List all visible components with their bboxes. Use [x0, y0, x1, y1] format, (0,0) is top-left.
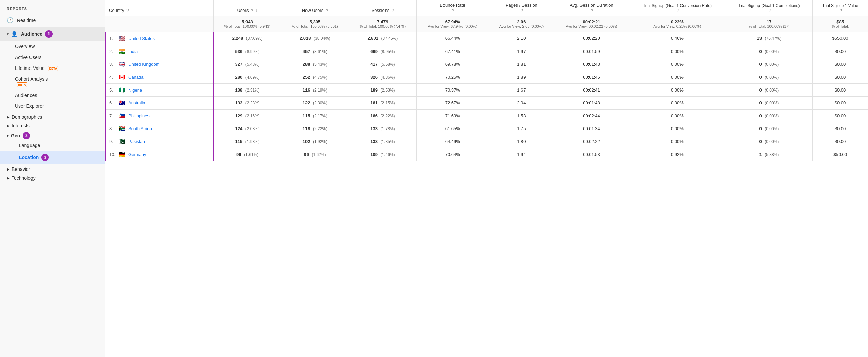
- beta-badge-lifetime: BETA: [48, 66, 59, 71]
- geo-badge: 2: [23, 132, 30, 139]
- trial-completions-cell: 0 (0.00%): [726, 135, 813, 148]
- col-header-new-users: New Users ?: [281, 0, 349, 16]
- help-icon-trial-value[interactable]: ?: [840, 8, 842, 13]
- help-icon-users[interactable]: ?: [251, 8, 253, 13]
- users-cell: 96 (1.61%): [214, 148, 281, 161]
- country-flag: 🇮🇳: [119, 48, 125, 55]
- row-rank: 7.: [109, 113, 115, 118]
- help-icon-pages[interactable]: ?: [521, 8, 523, 13]
- help-icon-sessions[interactable]: ?: [392, 8, 394, 13]
- sessions-cell: 133 (1.78%): [349, 122, 417, 135]
- country-name[interactable]: South Africa: [128, 126, 152, 131]
- country-flag: 🇩🇪: [119, 151, 125, 158]
- sidebar-item-audiences[interactable]: Audiences: [0, 90, 105, 101]
- totals-users: 5,943 % of Total: 100.00% (5,943): [214, 16, 281, 32]
- country-cell: 2.🇮🇳India: [105, 45, 214, 58]
- sidebar-item-overview[interactable]: Overview: [0, 41, 105, 52]
- sessions-cell: 326 (4.36%): [349, 71, 417, 83]
- bounce-rate-cell: 61.65%: [416, 122, 489, 135]
- sidebar-section-technology[interactable]: ▶ Technology: [0, 173, 105, 181]
- bounce-rate-cell: 70.64%: [416, 148, 489, 161]
- help-icon-bounce[interactable]: ?: [452, 8, 454, 13]
- trial-value-cell: $50.00: [813, 148, 868, 161]
- trial-rate-cell: 0.00%: [629, 45, 726, 58]
- country-name[interactable]: Philippines: [128, 113, 150, 118]
- sidebar-section-interests[interactable]: ▶ Interests: [0, 120, 105, 129]
- sort-arrow-users[interactable]: ↓: [255, 8, 258, 13]
- help-icon-trial-completions[interactable]: ?: [769, 8, 771, 13]
- help-icon-avg-session[interactable]: ?: [591, 8, 593, 13]
- row-rank: 4.: [109, 75, 115, 80]
- sidebar-item-cohort-analysis[interactable]: Cohort Analysis BETA: [0, 74, 105, 90]
- sidebar-item-active-users[interactable]: Active Users: [0, 52, 105, 63]
- help-icon-new-users[interactable]: ?: [326, 8, 328, 13]
- sidebar-section-demographics[interactable]: ▶ Demographics: [0, 112, 105, 120]
- new-users-cell: 2,018 (38.04%): [281, 32, 349, 45]
- country-cell: 9.🇵🇰Pakistan: [105, 135, 214, 148]
- users-cell: 129 (2.16%): [214, 109, 281, 122]
- country-name[interactable]: Nigeria: [128, 87, 142, 93]
- country-flag: 🇦🇺: [119, 100, 125, 106]
- row-rank: 5.: [109, 87, 115, 93]
- sidebar-section-geo[interactable]: ▾ Geo 2: [0, 129, 105, 140]
- main-content: Country ? Users ? ↓ New Users ? Sessions…: [105, 0, 868, 357]
- totals-pages-session: 2.06 Avg for View: 2.06 (0.00%): [489, 16, 554, 32]
- col-header-trial-completions: Trial Signup (Goal 1 Completions) ?: [726, 0, 813, 16]
- totals-trial-value: $85 % of Total:: [813, 16, 868, 32]
- help-icon-trial-rate[interactable]: ?: [677, 8, 679, 13]
- col-header-sessions: Sessions ?: [349, 0, 417, 16]
- country-name[interactable]: Pakistan: [128, 139, 145, 144]
- bounce-rate-cell: 70.37%: [416, 83, 489, 96]
- help-icon-country[interactable]: ?: [126, 8, 129, 13]
- country-name[interactable]: Australia: [128, 100, 145, 105]
- users-cell: 115 (1.93%): [214, 135, 281, 148]
- totals-trial-completions: 17 % of Total: 100.00% (17): [726, 16, 813, 32]
- country-flag: 🇵🇭: [119, 113, 125, 119]
- bounce-rate-cell: 67.41%: [416, 45, 489, 58]
- pages-session-cell: 1.67: [489, 83, 554, 96]
- country-name[interactable]: United Kingdom: [128, 62, 160, 67]
- table-row: 6.🇦🇺Australia133 (2.23%)122 (2.30%)161 (…: [105, 96, 868, 109]
- sessions-cell: 166 (2.22%): [349, 109, 417, 122]
- sidebar-item-audience[interactable]: ▾ 👤 Audience 1: [0, 27, 105, 41]
- country-name[interactable]: Germany: [128, 152, 146, 157]
- data-table: Country ? Users ? ↓ New Users ? Sessions…: [105, 0, 868, 161]
- totals-trial-rate: 0.23% Avg for View: 0.23% (0.00%): [629, 16, 726, 32]
- pages-session-cell: 1.81: [489, 58, 554, 71]
- sidebar-item-lifetime-value[interactable]: Lifetime Value BETA: [0, 63, 105, 74]
- country-flag: 🇿🇦: [119, 125, 125, 132]
- table-row: 2.🇮🇳India536 (8.99%)457 (8.61%)669 (8.95…: [105, 45, 868, 58]
- country-name[interactable]: India: [128, 49, 138, 54]
- table-row: 8.🇿🇦South Africa124 (2.08%)118 (2.22%)13…: [105, 122, 868, 135]
- users-cell: 2,248 (37.69%): [214, 32, 281, 45]
- sidebar-section-behavior[interactable]: ▶ Behavior: [0, 164, 105, 173]
- country-cell: 4.🇨🇦Canada: [105, 71, 214, 83]
- sidebar-item-language[interactable]: Language: [0, 140, 105, 151]
- sidebar-item-user-explorer[interactable]: User Explorer: [0, 101, 105, 112]
- country-name[interactable]: Canada: [128, 75, 144, 80]
- row-rank: 9.: [109, 139, 115, 144]
- chevron-right-icon-technology: ▶: [7, 176, 9, 180]
- sidebar-item-realtime[interactable]: 🕐 Realtime: [0, 14, 105, 27]
- sessions-cell: 417 (5.58%): [349, 58, 417, 71]
- table-row: 3.🇬🇧United Kingdom327 (5.48%)288 (5.43%)…: [105, 58, 868, 71]
- sidebar-item-location[interactable]: Location 3: [0, 151, 105, 164]
- country-cell: 6.🇦🇺Australia: [105, 96, 214, 109]
- table-row: 7.🇵🇭Philippines129 (2.16%)115 (2.17%)166…: [105, 109, 868, 122]
- totals-row: 5,943 % of Total: 100.00% (5,943) 5,305 …: [105, 16, 868, 32]
- new-users-cell: 118 (2.22%): [281, 122, 349, 135]
- trial-value-cell: $0.00: [813, 96, 868, 109]
- row-rank: 6.: [109, 100, 115, 105]
- trial-rate-cell: 0.00%: [629, 58, 726, 71]
- avg-session-cell: 00:02:22: [554, 135, 629, 148]
- trial-completions-cell: 0 (0.00%): [726, 71, 813, 83]
- country-flag: 🇵🇰: [119, 138, 125, 145]
- country-name[interactable]: United States: [128, 36, 155, 41]
- users-cell: 536 (8.99%): [214, 45, 281, 58]
- pages-session-cell: 1.53: [489, 109, 554, 122]
- chevron-right-icon-interests: ▶: [7, 124, 9, 128]
- trial-value-cell: $650.00: [813, 32, 868, 45]
- trial-completions-cell: 1 (5.88%): [726, 148, 813, 161]
- sessions-cell: 109 (1.46%): [349, 148, 417, 161]
- pages-session-cell: 1.80: [489, 135, 554, 148]
